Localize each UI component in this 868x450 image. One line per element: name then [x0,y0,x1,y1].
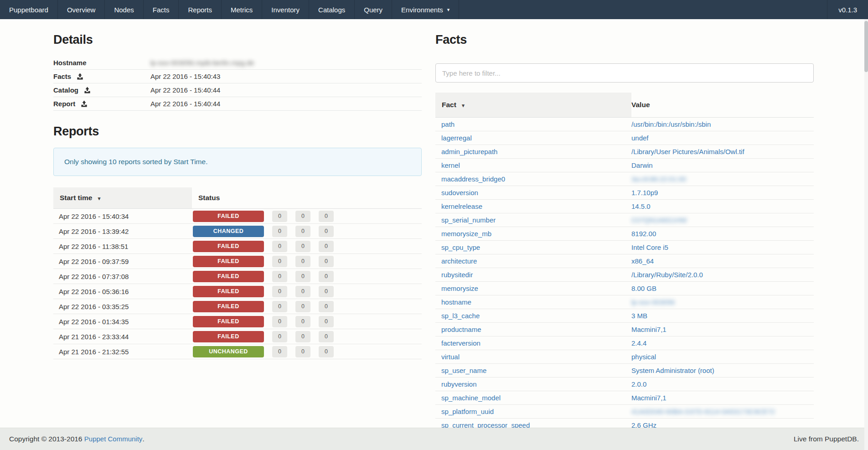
fact-value-link[interactable]: Intel Core i5 [631,243,668,251]
fact-name-link[interactable]: rubyversion [441,380,477,388]
report-start-time: Apr 21 2016 - 21:32:55 [53,348,192,356]
fact-table-row: sudoversion 1.7.10p9 [435,186,814,200]
report-table-row: Apr 21 2016 - 21:32:55 UNCHANGED 0 0 0 [53,344,422,359]
fact-table-row: hostname lp-osx-003056 [435,295,814,309]
puppet-community-link[interactable]: Puppet Community [84,435,143,443]
scrollbar-thumb[interactable] [864,21,868,72]
fact-table-row: facterversion 2.4.4 [435,336,814,350]
fact-value-link[interactable]: 41A0D040-60BA-D37D-8114-0A53173C9CE72 [631,408,775,415]
node-detail-column: Details Hostname lp-osx-003056.mpib-berl… [53,26,422,432]
report-status-badge[interactable]: FAILED [193,211,264,222]
sort-desc-icon: ▾ [462,103,465,108]
column-header-start-time[interactable]: Start time ▾ [53,187,192,208]
report-table-row: Apr 22 2016 - 07:37:08 FAILED 0 0 0 [53,269,422,284]
nav-item-catalogs[interactable]: Catalogs [309,0,355,19]
fact-name-link[interactable]: virtual [441,353,460,361]
environments-label: Environments [401,6,443,14]
fact-name-link[interactable]: rubysitedir [441,271,473,279]
column-header-status: Status [192,187,226,208]
report-status-badge[interactable]: UNCHANGED [193,346,264,357]
fact-table-row: path /usr/bin:/bin:/usr/sbin:/sbin [435,118,814,131]
nav-item-inventory[interactable]: Inventory [262,0,309,19]
report-start-time: Apr 21 2016 - 23:33:44 [53,333,192,341]
report-status-badge[interactable]: FAILED [193,256,264,267]
facts-table-header: Fact ▾ Value [435,93,814,118]
fact-name-link[interactable]: path [441,120,455,128]
report-table-row: Apr 22 2016 - 05:36:16 FAILED 0 0 0 [53,284,422,299]
fact-name-link[interactable]: sp_l3_cache [441,312,480,320]
fact-table-row: admin_picturepath /Library/User Pictures… [435,145,814,159]
fact-name-link[interactable]: sp_cpu_type [441,243,480,251]
report-count: 0 [295,241,310,252]
fact-value-link[interactable]: Darwin [631,161,653,169]
upload-icon[interactable] [81,100,88,107]
report-status-badge[interactable]: FAILED [193,331,264,342]
nav-item-query[interactable]: Query [355,0,392,19]
fact-name-link[interactable]: architecture [441,257,477,265]
fact-value-link[interactable]: 8192.00 [631,230,656,238]
fact-name-link[interactable]: sp_platform_uuid [441,408,494,415]
fact-value-link[interactable]: 2.4.4 [631,339,646,347]
nav-item-overview[interactable]: Overview [58,0,105,19]
fact-value-link[interactable]: /Library/User Pictures/Animals/Owl.tif [631,148,744,155]
report-status-badge[interactable]: FAILED [193,286,264,297]
column-header-fact[interactable]: Fact ▾ [435,93,631,117]
fact-name-link[interactable]: productname [441,326,481,333]
report-status-badge[interactable]: FAILED [193,271,264,282]
upload-icon[interactable] [77,73,83,80]
facts-timestamp: Apr 22 2016 - 15:40:43 [150,72,220,80]
fact-value-link[interactable]: physical [631,353,656,361]
report-count: 0 [319,211,334,222]
fact-value-link[interactable]: /usr/bin:/bin:/usr/sbin:/sbin [631,120,711,128]
fact-name-link[interactable]: sp_user_name [441,367,486,374]
nav-item-facts[interactable]: Facts [144,0,179,19]
hostname-value: lp-osx-003056.mpib-berlin.mpg.de [150,59,254,67]
nav-brand[interactable]: Puppetboard [0,0,58,19]
fact-name-link[interactable]: sudoversion [441,189,478,197]
fact-value-link[interactable]: 3a:c9:86:22:01:00 [631,175,686,183]
report-count: 0 [272,241,287,252]
fact-name-link[interactable]: sp_serial_number [441,216,496,224]
fact-value-link[interactable]: 8.00 GB [631,284,656,292]
fact-name-link[interactable]: sp_machine_model [441,394,501,402]
fact-name-link[interactable]: hostname [441,298,471,306]
report-status-badge[interactable]: CHANGED [193,226,264,237]
fact-value-link[interactable]: C07QN1A6G1HW [631,216,687,224]
fact-value-link[interactable]: 3 MB [631,312,647,320]
fact-value-link[interactable]: lp-osx-003056 [631,298,675,306]
nav-item-nodes[interactable]: Nodes [105,0,143,19]
fact-table-row: virtual physical [435,350,814,364]
version-label: v0.1.3 [827,0,868,19]
nav-dropdown-environments[interactable]: Environments ▾ [392,0,459,19]
report-start-time: Apr 22 2016 - 15:40:34 [53,212,192,220]
facts-filter-input[interactable] [435,63,814,83]
fact-value-link[interactable]: 2.0.0 [631,380,646,388]
report-status-badge[interactable]: FAILED [193,301,264,312]
fact-value-link[interactable]: Macmini7,1 [631,394,666,402]
fact-name-link[interactable]: kernelrelease [441,202,482,210]
footer: Copyright © 2013-2016 Puppet Community. … [0,428,868,450]
fact-value-link[interactable]: x86_64 [631,257,654,265]
fact-value-link[interactable]: 14.5.0 [631,202,651,210]
fact-value-link[interactable]: System Administrator (root) [631,367,714,374]
fact-value-link[interactable]: 1.7.10p9 [631,189,658,197]
fact-name-link[interactable]: lagerregal [441,134,472,142]
fact-value-link[interactable]: Macmini7,1 [631,326,666,333]
fact-name-link[interactable]: macaddress_bridge0 [441,175,505,183]
fact-value-link[interactable]: /Library/Ruby/Site/2.0.0 [631,271,703,279]
report-count: 0 [272,331,287,342]
report-status-badge[interactable]: FAILED [193,241,264,252]
nav-item-metrics[interactable]: Metrics [222,0,262,19]
fact-name-link[interactable]: admin_picturepath [441,148,497,155]
report-count: 0 [319,301,334,312]
fact-name-link[interactable]: memorysize_mb [441,230,491,238]
fact-name-link[interactable]: memorysize [441,284,478,292]
report-count: 0 [272,316,287,327]
report-status-badge[interactable]: FAILED [193,316,264,327]
fact-name-link[interactable]: kernel [441,161,460,169]
fact-name-link[interactable]: facterversion [441,339,480,347]
upload-icon[interactable] [84,87,91,93]
nav-item-reports[interactable]: Reports [179,0,222,19]
fact-value-link[interactable]: undef [631,134,649,142]
report-start-time: Apr 22 2016 - 07:37:08 [53,273,192,280]
